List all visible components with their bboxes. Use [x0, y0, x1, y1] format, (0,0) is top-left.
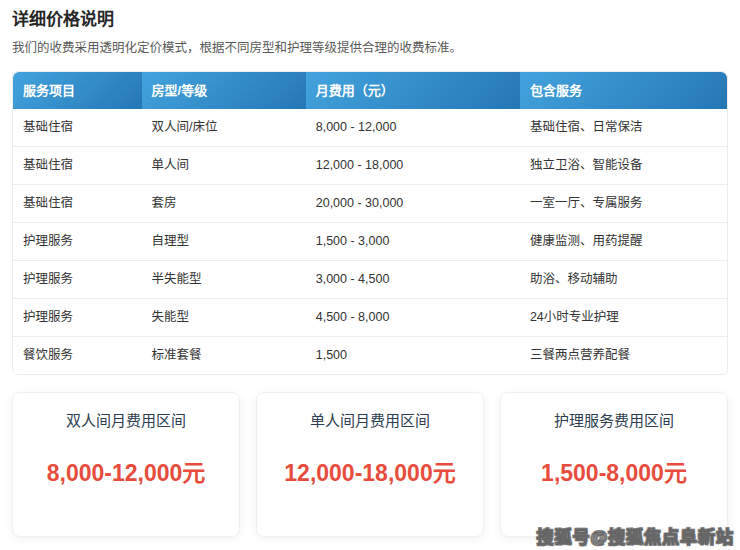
cell-room-type: 失能型: [142, 299, 306, 337]
card-price: 1,500-8,000元: [517, 455, 711, 492]
pricing-section: 详细价格说明 我们的收费采用透明化定价模式，根据不同房型和护理等级提供合理的收费…: [0, 0, 740, 537]
cell-room-type: 自理型: [142, 223, 306, 261]
card-label: 双人间月费用区间: [29, 411, 223, 431]
table-row: 护理服务 自理型 1,500 - 3,000 健康监测、用药提醒: [13, 223, 727, 261]
cell-service: 护理服务: [13, 261, 142, 299]
card-label: 护理服务费用区间: [517, 411, 711, 431]
price-table-container: 服务项目 房型/等级 月费用（元） 包含服务 基础住宿 双人间/床位 8,000…: [12, 71, 728, 375]
cell-services: 独立卫浴、智能设备: [520, 147, 727, 185]
table-row: 餐饮服务 标准套餐 1,500 三餐两点营养配餐: [13, 337, 727, 375]
cell-room-type: 单人间: [142, 147, 306, 185]
price-table-header: 服务项目 房型/等级 月费用（元） 包含服务: [13, 72, 727, 109]
cell-service: 基础住宿: [13, 185, 142, 223]
summary-card-double-room: 双人间月费用区间 8,000-12,000元: [12, 392, 240, 537]
column-header-room-type: 房型/等级: [142, 72, 306, 109]
cell-services: 基础住宿、日常保洁: [520, 109, 727, 147]
cell-service: 基础住宿: [13, 147, 142, 185]
cell-fee: 12,000 - 18,000: [306, 147, 520, 185]
sohu-watermark: 搜狐号@搜狐焦点阜新站: [536, 523, 734, 548]
cell-service: 护理服务: [13, 223, 142, 261]
column-header-service: 服务项目: [13, 72, 142, 109]
cell-fee: 4,500 - 8,000: [306, 299, 520, 337]
summary-cards: 双人间月费用区间 8,000-12,000元 单人间月费用区间 12,000-1…: [12, 392, 728, 537]
page-subtitle: 我们的收费采用透明化定价模式，根据不同房型和护理等级提供合理的收费标准。: [12, 40, 728, 56]
card-price: 8,000-12,000元: [29, 455, 223, 492]
summary-card-single-room: 单人间月费用区间 12,000-18,000元: [256, 392, 484, 537]
cell-service: 餐饮服务: [13, 337, 142, 375]
column-header-included-services: 包含服务: [520, 72, 727, 109]
cell-service: 基础住宿: [13, 109, 142, 147]
cell-services: 24小时专业护理: [520, 299, 727, 337]
cell-services: 一室一厅、专属服务: [520, 185, 727, 223]
cell-fee: 8,000 - 12,000: [306, 109, 520, 147]
cell-fee: 20,000 - 30,000: [306, 185, 520, 223]
table-row: 基础住宿 套房 20,000 - 30,000 一室一厅、专属服务: [13, 185, 727, 223]
cell-room-type: 标准套餐: [142, 337, 306, 375]
cell-fee: 1,500 - 3,000: [306, 223, 520, 261]
cell-services: 三餐两点营养配餐: [520, 337, 727, 375]
header-row: 服务项目 房型/等级 月费用（元） 包含服务: [13, 72, 727, 109]
price-table-body: 基础住宿 双人间/床位 8,000 - 12,000 基础住宿、日常保洁 基础住…: [13, 109, 727, 374]
cell-room-type: 套房: [142, 185, 306, 223]
cell-services: 助浴、移动辅助: [520, 261, 727, 299]
card-price: 12,000-18,000元: [273, 455, 467, 492]
table-row: 基础住宿 双人间/床位 8,000 - 12,000 基础住宿、日常保洁: [13, 109, 727, 147]
cell-service: 护理服务: [13, 299, 142, 337]
table-row: 护理服务 失能型 4,500 - 8,000 24小时专业护理: [13, 299, 727, 337]
table-row: 基础住宿 单人间 12,000 - 18,000 独立卫浴、智能设备: [13, 147, 727, 185]
price-table: 服务项目 房型/等级 月费用（元） 包含服务 基础住宿 双人间/床位 8,000…: [13, 72, 727, 374]
cell-fee: 1,500: [306, 337, 520, 375]
cell-room-type: 半失能型: [142, 261, 306, 299]
summary-card-nursing-service: 护理服务费用区间 1,500-8,000元: [500, 392, 728, 537]
cell-fee: 3,000 - 4,500: [306, 261, 520, 299]
card-label: 单人间月费用区间: [273, 411, 467, 431]
table-row: 护理服务 半失能型 3,000 - 4,500 助浴、移动辅助: [13, 261, 727, 299]
cell-services: 健康监测、用药提醒: [520, 223, 727, 261]
column-header-monthly-fee: 月费用（元）: [306, 72, 520, 109]
page-title: 详细价格说明: [12, 10, 728, 30]
cell-room-type: 双人间/床位: [142, 109, 306, 147]
